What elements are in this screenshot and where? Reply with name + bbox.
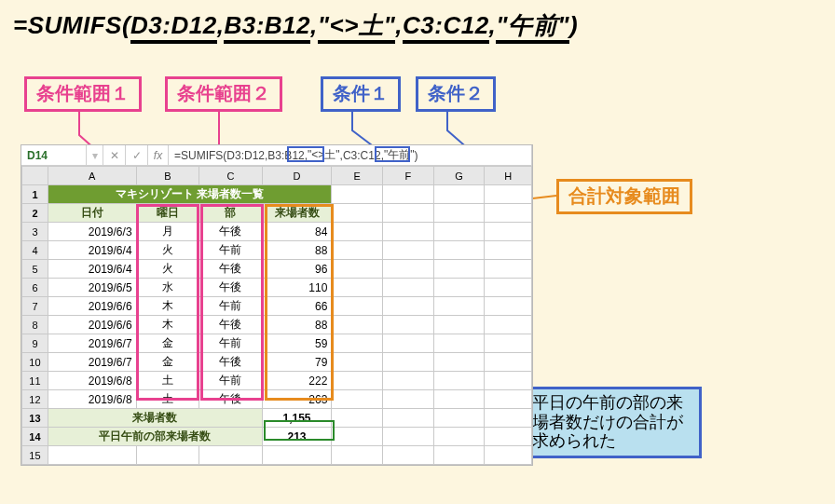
table-row: 82019/6/6木午後88 [22, 316, 532, 334]
table-title[interactable]: マキシリゾート 来場者数一覧 [48, 185, 331, 204]
formula-input[interactable]: =SUMIFS(D3:D12,B3:B12, "<>土" ,C3:C12, "午… [169, 145, 532, 165]
col-header[interactable]: B [136, 167, 199, 185]
col-header[interactable]: F [382, 167, 433, 185]
table-row: 32019/6/3月午後84 [22, 223, 532, 241]
col-header[interactable]: G [433, 167, 485, 185]
table-header-row: 2 日付 曜日 部 来場者数 [22, 204, 532, 223]
col-header[interactable]: H [485, 167, 532, 185]
col-header[interactable]: E [332, 167, 383, 185]
table-row: 112019/6/8土午前222 [22, 372, 532, 390]
row-header[interactable]: 7 [22, 297, 48, 316]
row-header[interactable]: 3 [22, 223, 48, 241]
formula-arg-crit1: "<>土" [318, 11, 396, 44]
row-header[interactable]: 2 [22, 204, 48, 223]
row-header[interactable]: 9 [22, 334, 48, 353]
row-header[interactable]: 11 [22, 372, 48, 390]
col-header[interactable]: C [199, 167, 263, 185]
header-visitors[interactable]: 来場者数 [262, 204, 332, 223]
formula-bar: D14 ▾ ✕ ✓ fx =SUMIFS(D3:D12,B3:B12, "<>土… [21, 145, 532, 166]
header-dow[interactable]: 曜日 [136, 204, 199, 223]
totals-row-1: 13来場者数1,155 [22, 409, 532, 428]
result-cell[interactable]: 213 [262, 428, 332, 446]
header-section[interactable]: 部 [199, 204, 263, 223]
table-row: 92019/6/7金午前59 [22, 334, 532, 353]
formula-arg-crit2: "午前" [496, 11, 569, 44]
row-header[interactable]: 12 [22, 390, 48, 409]
table-row: 52019/6/4火午後96 [22, 260, 532, 279]
legend-criteria-2: 条件２ [416, 76, 496, 112]
name-box-dropdown-icon[interactable]: ▾ [87, 145, 103, 165]
cancel-icon[interactable]: ✕ [103, 145, 126, 165]
table-row: 42019/6/4火午前88 [22, 241, 532, 260]
row-header[interactable]: 6 [22, 279, 48, 297]
formula-input-tail: ) [415, 149, 418, 162]
formula-arg-critrange2: C3:C12 [403, 11, 489, 44]
row-header[interactable]: 14 [22, 428, 48, 446]
legend-criteria-range-1: 条件範囲１ [24, 76, 142, 112]
formula-arg-critrange1: B3:B12 [224, 11, 310, 44]
col-header[interactable]: D [262, 167, 332, 185]
row-header[interactable]: 10 [22, 353, 48, 372]
legend-criteria-range-2: 条件範囲２ [165, 76, 282, 112]
name-box[interactable]: D14 [21, 145, 87, 165]
table-row: 122019/6/8土午後263 [22, 390, 532, 409]
result-callout: 平日の午前の部の来場者数だけの合計が求められた [520, 387, 702, 458]
formula-arg-sumrange: D3:D12 [130, 11, 217, 44]
formula-lead: =SUMIFS( [13, 11, 130, 39]
formula-input-hl1: "<>土" [308, 147, 340, 163]
formula-tail: ) [569, 11, 578, 39]
spreadsheet-grid[interactable]: A B C D E F G H 1 マキシリゾート 来場者数一覧 2 日付 曜日… [21, 166, 532, 465]
column-header-row: A B C D E F G H [22, 167, 532, 185]
row-header[interactable]: 1 [22, 185, 48, 204]
enter-icon[interactable]: ✓ [126, 145, 148, 165]
row-header[interactable]: 5 [22, 260, 48, 279]
fx-icon[interactable]: fx [148, 145, 169, 165]
excel-window: D14 ▾ ✕ ✓ fx =SUMIFS(D3:D12,B3:B12, "<>土… [21, 144, 533, 466]
table-row: 62019/6/5水午後110 [22, 279, 532, 297]
formula-input-hl2: "午前" [384, 147, 415, 163]
formula-display: =SUMIFS(D3:D12,B3:B12,"<>土",C3:C12,"午前") [13, 9, 578, 42]
legend-sum-range: 合計対象範囲 [556, 179, 692, 214]
col-header[interactable]: A [48, 167, 136, 185]
row-header[interactable]: 8 [22, 316, 48, 334]
table-row: 102019/6/7金午後79 [22, 353, 532, 372]
row-header[interactable]: 15 [22, 446, 48, 465]
formula-input-mid: ,C3:C12, [340, 149, 384, 162]
row-header[interactable]: 13 [22, 409, 48, 428]
legend-criteria-1: 条件１ [321, 76, 401, 112]
table-title-row: 1 マキシリゾート 来場者数一覧 [22, 185, 532, 204]
empty-row: 15 [22, 446, 532, 465]
row-header[interactable]: 4 [22, 241, 48, 260]
header-date[interactable]: 日付 [48, 204, 136, 223]
formula-input-lead: =SUMIFS(D3:D12,B3:B12, [174, 149, 308, 162]
select-all-corner[interactable] [22, 167, 48, 185]
table-row: 72019/6/6木午前66 [22, 297, 532, 316]
totals-row-2: 14平日午前の部来場者数213 [22, 428, 532, 446]
